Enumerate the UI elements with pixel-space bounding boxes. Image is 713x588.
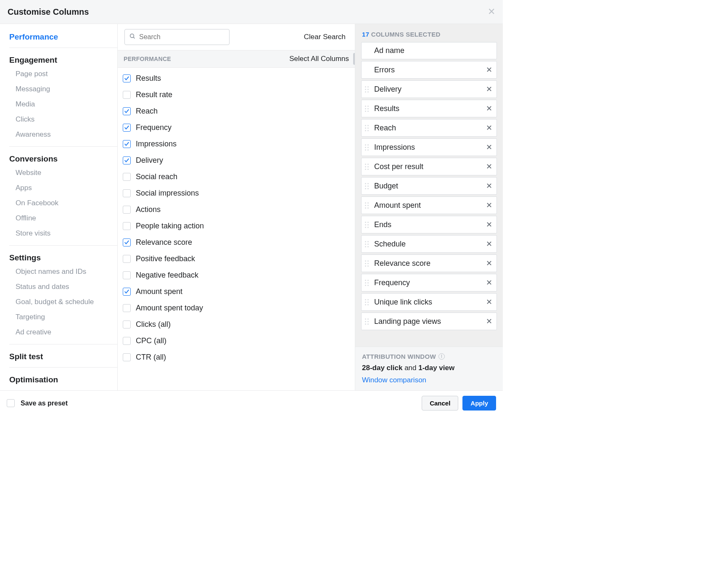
selected-column-item[interactable]: Cost per result✕: [361, 158, 497, 175]
remove-icon[interactable]: ✕: [485, 220, 493, 229]
sidebar-item[interactable]: Status and dates: [9, 279, 117, 294]
drag-handle-icon[interactable]: [365, 222, 371, 228]
drag-handle-icon[interactable]: [365, 280, 371, 286]
metric-row[interactable]: Amount spent: [123, 283, 350, 300]
metric-checkbox[interactable]: [123, 189, 131, 197]
sidebar-heading[interactable]: Settings: [9, 252, 117, 264]
metric-row[interactable]: Social reach: [123, 169, 350, 185]
selected-column-item[interactable]: Impressions✕: [361, 138, 497, 156]
remove-icon[interactable]: ✕: [485, 239, 493, 249]
metric-row[interactable]: Negative feedback: [123, 267, 350, 283]
drag-handle-icon[interactable]: [365, 202, 371, 209]
remove-icon[interactable]: ✕: [485, 278, 493, 287]
sidebar-heading[interactable]: Conversions: [9, 153, 117, 165]
selected-column-item[interactable]: Errors✕: [361, 61, 497, 79]
select-all-link[interactable]: Select All Columns: [289, 55, 349, 63]
drag-handle-icon[interactable]: [365, 144, 371, 151]
selected-column-item[interactable]: Frequency✕: [361, 274, 497, 291]
metric-checkbox[interactable]: [123, 304, 131, 312]
sidebar-heading[interactable]: Performance: [9, 31, 117, 43]
sidebar-item[interactable]: On Facebook: [9, 196, 117, 211]
metric-checkbox[interactable]: [123, 320, 131, 328]
metric-checkbox[interactable]: [123, 255, 131, 263]
metric-checkbox[interactable]: [123, 156, 131, 164]
sidebar-item[interactable]: Apps: [9, 180, 117, 196]
sidebar-item[interactable]: Ad creative: [9, 325, 117, 340]
cancel-button[interactable]: Cancel: [422, 396, 458, 411]
metric-row[interactable]: CTR (all): [123, 349, 350, 366]
drag-handle-icon[interactable]: [365, 86, 371, 93]
sidebar-item[interactable]: Awareness: [9, 127, 117, 142]
metric-row[interactable]: Amount spent today: [123, 300, 350, 316]
sidebar-item[interactable]: Page post: [9, 66, 117, 82]
metric-row[interactable]: Relevance score: [123, 234, 350, 251]
selected-column-item[interactable]: Ad name: [361, 42, 497, 59]
close-icon[interactable]: ✕: [488, 6, 495, 17]
selected-column-item[interactable]: Relevance score✕: [361, 254, 497, 272]
selected-column-item[interactable]: Amount spent✕: [361, 196, 497, 214]
metric-row[interactable]: Actions: [123, 201, 350, 218]
selected-column-item[interactable]: Budget✕: [361, 177, 497, 195]
sidebar-item[interactable]: Targeting: [9, 310, 117, 325]
sidebar-heading[interactable]: Split test: [9, 350, 117, 363]
remove-icon[interactable]: ✕: [485, 123, 493, 132]
drag-handle-icon[interactable]: [365, 241, 371, 247]
drag-handle-icon[interactable]: [365, 183, 371, 189]
save-preset-checkbox[interactable]: [7, 399, 15, 407]
sidebar-item[interactable]: Clicks: [9, 112, 117, 127]
drag-handle-icon[interactable]: [365, 299, 371, 305]
metric-checkbox[interactable]: [123, 288, 131, 296]
remove-icon[interactable]: ✕: [485, 65, 493, 74]
sidebar-item[interactable]: Offline: [9, 211, 117, 226]
metric-row[interactable]: Positive feedback: [123, 251, 350, 267]
metric-row[interactable]: Frequency: [123, 119, 350, 136]
metric-row[interactable]: Delivery: [123, 152, 350, 169]
save-preset-row[interactable]: Save as preset: [7, 399, 68, 407]
metric-row[interactable]: Reach: [123, 103, 350, 119]
metric-checkbox[interactable]: [123, 353, 131, 361]
selected-column-item[interactable]: Results✕: [361, 100, 497, 117]
remove-icon[interactable]: ✕: [485, 104, 493, 113]
search-input-wrapper[interactable]: [124, 29, 230, 45]
window-comparison-link[interactable]: Window comparison: [362, 376, 426, 384]
metric-checkbox[interactable]: [123, 140, 131, 148]
selected-column-item[interactable]: Ends✕: [361, 216, 497, 233]
drag-handle-icon[interactable]: [365, 260, 371, 267]
metric-checkbox[interactable]: [123, 206, 131, 214]
metric-checkbox[interactable]: [123, 91, 131, 99]
remove-icon[interactable]: ✕: [485, 85, 493, 94]
metric-checkbox[interactable]: [123, 107, 131, 115]
sidebar-item[interactable]: Website: [9, 165, 117, 180]
selected-column-item[interactable]: Landing page views✕: [361, 313, 497, 330]
drag-handle-icon[interactable]: [365, 164, 371, 170]
metric-row[interactable]: Results: [123, 70, 350, 87]
selected-column-item[interactable]: Delivery✕: [361, 80, 497, 98]
scrollbar-thumb[interactable]: [353, 53, 355, 65]
search-input[interactable]: [139, 33, 225, 41]
clear-search-link[interactable]: Clear Search: [304, 33, 348, 41]
metric-row[interactable]: Impressions: [123, 136, 350, 152]
metric-row[interactable]: Clicks (all): [123, 316, 350, 333]
metric-row[interactable]: People taking action: [123, 218, 350, 234]
metric-checkbox[interactable]: [123, 337, 131, 345]
remove-icon[interactable]: ✕: [485, 162, 493, 171]
sidebar-item[interactable]: Messaging: [9, 82, 117, 97]
sidebar-heading[interactable]: Optimisation: [9, 373, 117, 386]
sidebar-item[interactable]: Object names and IDs: [9, 264, 117, 279]
metric-checkbox[interactable]: [123, 238, 131, 246]
sidebar-item[interactable]: Goal, budget & schedule: [9, 294, 117, 310]
drag-handle-icon[interactable]: [365, 318, 371, 325]
remove-icon[interactable]: ✕: [485, 317, 493, 326]
remove-icon[interactable]: ✕: [485, 259, 493, 268]
remove-icon[interactable]: ✕: [485, 297, 493, 307]
selected-column-item[interactable]: Unique link clicks✕: [361, 293, 497, 311]
drag-handle-icon[interactable]: [365, 125, 371, 131]
remove-icon[interactable]: ✕: [485, 181, 493, 191]
apply-button[interactable]: Apply: [462, 396, 496, 411]
remove-icon[interactable]: ✕: [485, 143, 493, 152]
selected-column-item[interactable]: Reach✕: [361, 119, 497, 137]
metric-checkbox[interactable]: [123, 271, 131, 279]
selected-column-item[interactable]: Schedule✕: [361, 235, 497, 253]
metric-checkbox[interactable]: [123, 173, 131, 181]
metric-checkbox[interactable]: [123, 124, 131, 132]
